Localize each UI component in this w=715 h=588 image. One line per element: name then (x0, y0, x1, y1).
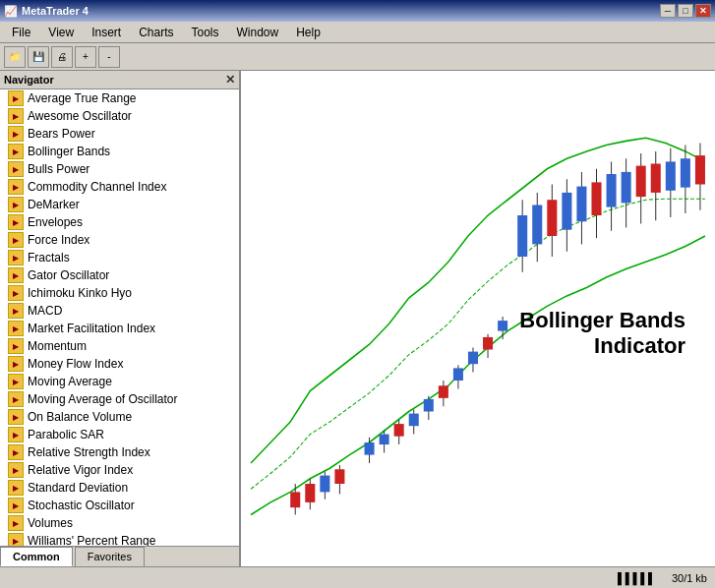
nav-item-icon-11: ▶ (8, 285, 24, 301)
nav-item-12[interactable]: ▶MACD (0, 302, 239, 320)
nav-item-24[interactable]: ▶Volumes (0, 514, 239, 532)
nav-item-7[interactable]: ▶Envelopes (0, 213, 239, 231)
nav-item-icon-19: ▶ (8, 427, 24, 442)
nav-item-icon-25: ▶ (8, 533, 24, 546)
chart-indicator-label: Bollinger Bands Indicator (519, 308, 685, 360)
nav-item-19[interactable]: ▶Parabolic SAR (0, 426, 239, 443)
menu-window[interactable]: Window (229, 24, 287, 41)
nav-item-2[interactable]: ▶Bears Power (0, 125, 239, 143)
nav-item-0[interactable]: ▶Average True Range (0, 89, 239, 107)
toolbar-icon-1[interactable]: 📁 (4, 46, 26, 68)
svg-rect-46 (636, 166, 646, 198)
nav-item-icon-23: ▶ (8, 498, 24, 513)
toolbar-icon-3[interactable]: 🖨 (51, 46, 73, 68)
main-area: Navigator ✕ ▶Average True Range▶Awesome … (0, 71, 715, 566)
navigator-header: Navigator ✕ (0, 71, 239, 89)
svg-rect-30 (517, 215, 527, 257)
nav-item-1[interactable]: ▶Awesome Oscillator (0, 107, 239, 125)
nav-item-icon-12: ▶ (8, 303, 24, 319)
title-bar-controls: ─ □ ✕ (660, 4, 711, 18)
menu-tools[interactable]: Tools (184, 24, 227, 41)
nav-item-23[interactable]: ▶Stochastic Oscillator (0, 497, 239, 514)
nav-item-icon-20: ▶ (8, 444, 24, 460)
nav-item-9[interactable]: ▶Fractals (0, 249, 239, 266)
tab-common[interactable]: Common (0, 547, 73, 566)
svg-rect-18 (424, 399, 434, 412)
nav-item-icon-9: ▶ (8, 250, 24, 265)
svg-rect-12 (380, 435, 389, 445)
svg-rect-26 (483, 337, 493, 350)
minimize-button[interactable]: ─ (660, 4, 676, 18)
nav-item-21[interactable]: ▶Relative Vigor Index (0, 461, 239, 479)
chart-area[interactable]: Bollinger Bands Indicator (241, 71, 715, 566)
navigator-title: Navigator (4, 74, 54, 86)
nav-item-16[interactable]: ▶Moving Average (0, 373, 239, 390)
toolbar-icon-4[interactable]: + (75, 46, 96, 68)
nav-item-icon-1: ▶ (8, 108, 24, 124)
nav-item-icon-4: ▶ (8, 161, 24, 177)
nav-indicator-list: ▶Average True Range▶Awesome Oscillator▶B… (0, 89, 239, 546)
status-info: 30/1 kb (672, 572, 707, 584)
nav-item-10[interactable]: ▶Gator Oscillator (0, 266, 239, 284)
close-button[interactable]: ✕ (695, 4, 711, 18)
nav-item-label-18: On Balance Volume (28, 410, 132, 424)
nav-item-label-7: Envelopes (28, 215, 83, 229)
nav-item-label-3: Bollinger Bands (28, 145, 110, 158)
toolbar-icon-2[interactable]: 💾 (28, 46, 49, 68)
nav-item-label-17: Moving Average of Oscillator (28, 392, 178, 406)
nav-item-label-11: Ichimoku Kinko Hyo (28, 286, 132, 300)
svg-rect-10 (365, 442, 375, 455)
status-bar: ▌▌▌▌▌ 30/1 kb (0, 566, 715, 588)
nav-item-icon-3: ▶ (8, 144, 24, 159)
toolbar-icon-5[interactable]: - (98, 46, 120, 68)
nav-item-icon-7: ▶ (8, 214, 24, 230)
nav-tabs: Common Favorites (0, 546, 239, 566)
nav-item-15[interactable]: ▶Money Flow Index (0, 355, 239, 373)
navigator-close-button[interactable]: ✕ (225, 73, 235, 87)
svg-rect-52 (681, 158, 690, 187)
nav-item-icon-14: ▶ (8, 338, 24, 354)
menu-file[interactable]: File (4, 24, 38, 41)
nav-item-icon-8: ▶ (8, 232, 24, 248)
svg-rect-38 (576, 187, 586, 222)
nav-item-13[interactable]: ▶Market Facilitation Index (0, 320, 239, 337)
tab-favorites[interactable]: Favorites (75, 547, 145, 566)
title-bar-left: 📈 MetaTrader 4 (4, 5, 89, 18)
nav-item-8[interactable]: ▶Force Index (0, 231, 239, 249)
nav-item-label-9: Fractals (28, 251, 70, 265)
nav-item-icon-24: ▶ (8, 515, 24, 531)
menu-charts[interactable]: Charts (131, 24, 181, 41)
nav-item-18[interactable]: ▶On Balance Volume (0, 408, 239, 426)
nav-item-label-5: Commodity Channel Index (28, 180, 166, 194)
maximize-button[interactable]: □ (678, 4, 693, 18)
nav-item-label-4: Bulls Power (28, 162, 89, 176)
nav-item-3[interactable]: ▶Bollinger Bands (0, 143, 239, 160)
nav-item-11[interactable]: ▶Ichimoku Kinko Hyo (0, 284, 239, 302)
nav-item-label-0: Average True Range (28, 91, 137, 105)
svg-rect-42 (607, 174, 617, 207)
nav-item-icon-16: ▶ (8, 374, 24, 389)
svg-rect-6 (320, 476, 329, 493)
svg-rect-20 (439, 385, 448, 398)
nav-item-icon-21: ▶ (8, 462, 24, 478)
menu-insert[interactable]: Insert (84, 24, 129, 41)
nav-item-5[interactable]: ▶Commodity Channel Index (0, 178, 239, 196)
nav-item-4[interactable]: ▶Bulls Power (0, 160, 239, 178)
nav-item-20[interactable]: ▶Relative Strength Index (0, 443, 239, 461)
status-indicator: ▌▌▌▌▌ (618, 572, 656, 584)
nav-item-icon-18: ▶ (8, 409, 24, 425)
menu-help[interactable]: Help (288, 24, 328, 41)
svg-rect-36 (562, 193, 571, 230)
svg-rect-50 (666, 161, 676, 190)
svg-rect-16 (409, 414, 419, 427)
menu-view[interactable]: View (40, 24, 82, 41)
toolbar: 📁 💾 🖨 + - (0, 43, 715, 71)
nav-item-14[interactable]: ▶Momentum (0, 337, 239, 355)
nav-item-25[interactable]: ▶Williams' Percent Range (0, 532, 239, 546)
nav-item-icon-6: ▶ (8, 197, 24, 212)
nav-item-22[interactable]: ▶Standard Deviation (0, 479, 239, 497)
nav-item-icon-13: ▶ (8, 321, 24, 336)
title-bar-text: MetaTrader 4 (22, 5, 89, 17)
nav-item-17[interactable]: ▶Moving Average of Oscillator (0, 390, 239, 408)
nav-item-6[interactable]: ▶DeMarker (0, 196, 239, 213)
